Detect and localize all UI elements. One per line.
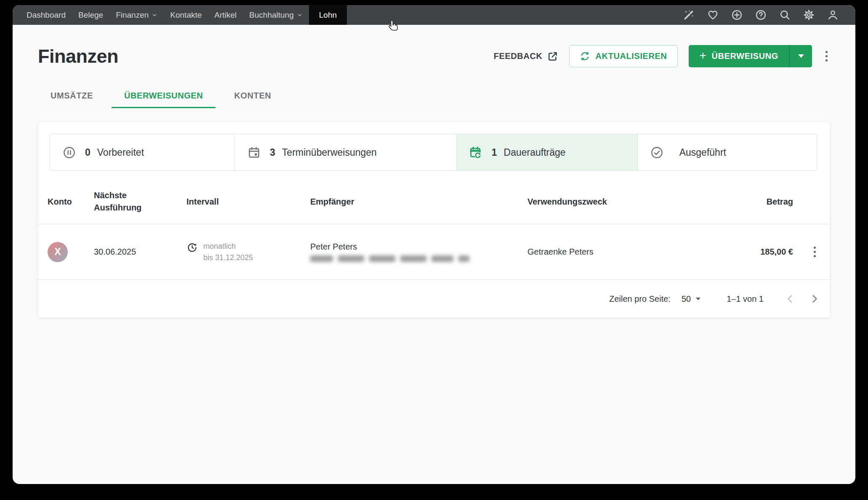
col-header-naechste-ausfuehrung: Nächste Ausführung — [94, 189, 146, 214]
calendar-repeat-icon — [469, 146, 482, 159]
chevron-down-icon — [798, 54, 804, 58]
nav-item-finanzen[interactable]: Finanzen — [109, 5, 164, 25]
filter-terminueberweisungen[interactable]: 3 Terminüberweisungen — [234, 134, 457, 171]
recipient-iban-redacted — [310, 255, 527, 262]
col-header-konto: Konto — [48, 197, 94, 207]
amount-cell: 185,00 € — [692, 247, 793, 257]
row-more-menu-button[interactable] — [811, 244, 818, 260]
account-avatar: X — [48, 242, 68, 262]
nav-item-dashboard[interactable]: Dashboard — [20, 5, 72, 25]
external-link-icon — [547, 51, 558, 62]
header-actions: FEEDBACK AKTUALISIEREN — [494, 45, 830, 67]
account-user-icon[interactable] — [827, 9, 839, 21]
plus-icon: + — [700, 50, 707, 61]
tab-konten[interactable]: KONTEN — [221, 86, 284, 108]
table-row: X 30.06.2025 monatlich bis 31.12.2025 — [38, 224, 830, 280]
help-circle-icon[interactable] — [755, 9, 767, 21]
rows-per-page-select[interactable]: 50 — [682, 294, 700, 304]
previous-page-icon[interactable] — [784, 293, 796, 305]
refresh-icon — [580, 51, 590, 61]
search-icon[interactable] — [779, 9, 791, 21]
purpose-cell: Getraenke Peters — [527, 247, 692, 257]
pager-controls — [784, 293, 821, 305]
feedback-link[interactable]: FEEDBACK — [494, 51, 558, 62]
check-circle-icon — [650, 146, 663, 159]
nav-item-buchhaltung[interactable]: Buchhaltung — [243, 5, 309, 25]
new-transfer-split-button: + ÜBERWEISUNG — [689, 45, 812, 67]
table-header: Konto Nächste Ausführung Intervall Empfä… — [38, 179, 830, 224]
dropdown-arrow-icon — [696, 298, 700, 301]
interval-frequency: monatlich — [203, 241, 253, 252]
filter-dauerauftraege[interactable]: 1 Daueraufträge — [456, 134, 638, 171]
settings-gear-icon[interactable] — [803, 9, 815, 21]
pagination-range: 1–1 von 1 — [727, 294, 764, 304]
pause-circle-icon — [63, 146, 76, 159]
chevron-down-icon — [152, 12, 157, 18]
status-filter-group: 0 Vorbereitet 3 Terminüberweisungen — [50, 134, 818, 171]
plus-circle-icon[interactable] — [731, 9, 743, 21]
filter-vorbereitet[interactable]: 0 Vorbereitet — [50, 134, 235, 171]
pagination-bar: Zeilen pro Seite: 50 1–1 von 1 — [38, 280, 830, 318]
magic-wand-icon[interactable] — [683, 9, 695, 21]
page-title: Finanzen — [38, 45, 118, 67]
nav-item-artikel[interactable]: Artikel — [208, 5, 243, 25]
chevron-down-icon — [297, 12, 303, 18]
nav-item-kontakte[interactable]: Kontakte — [164, 5, 208, 25]
col-header-betrag: Betrag — [692, 197, 793, 207]
col-header-verwendungszweck: Verwendungszweck — [527, 197, 692, 207]
recipient-cell: Peter Peters — [310, 242, 527, 262]
next-execution-date: 30.06.2025 — [94, 247, 186, 257]
app-window: Dashboard Belege Finanzen Kontakte Artik… — [13, 5, 855, 484]
new-transfer-button[interactable]: + ÜBERWEISUNG — [689, 45, 789, 67]
page-more-menu-button[interactable] — [823, 48, 830, 64]
recipient-name: Peter Peters — [310, 242, 527, 252]
refresh-button[interactable]: AKTUALISIEREN — [569, 45, 678, 67]
nav-item-lohn[interactable]: Lohn — [309, 5, 347, 25]
filter-ausgefuehrt[interactable]: Ausgeführt — [637, 134, 817, 171]
heart-icon[interactable] — [707, 9, 719, 21]
rows-per-page-label: Zeilen pro Seite: — [609, 294, 671, 304]
interval-until: bis 31.12.2025 — [203, 252, 253, 263]
page-header: Finanzen FEEDBACK AKTU — [38, 45, 830, 67]
calendar-icon — [248, 146, 261, 159]
clock-repeat-icon — [186, 242, 198, 253]
interval-cell: monatlich bis 31.12.2025 — [186, 241, 310, 263]
navbar-icon-group — [683, 5, 855, 25]
new-transfer-dropdown-toggle[interactable] — [789, 45, 812, 67]
tab-ueberweisungen[interactable]: ÜBERWEISUNGEN — [112, 86, 216, 108]
col-header-intervall: Intervall — [186, 197, 310, 207]
col-header-empfaenger: Empfänger — [310, 197, 527, 207]
transfers-card: 0 Vorbereitet 3 Terminüberweisungen — [38, 122, 830, 318]
top-navbar: Dashboard Belege Finanzen Kontakte Artik… — [13, 5, 855, 25]
tab-bar: UMSÄTZE ÜBERWEISUNGEN KONTEN — [38, 86, 830, 108]
tab-umsaetze[interactable]: UMSÄTZE — [38, 86, 106, 108]
nav-item-belege[interactable]: Belege — [72, 5, 109, 25]
next-page-icon[interactable] — [808, 293, 821, 305]
